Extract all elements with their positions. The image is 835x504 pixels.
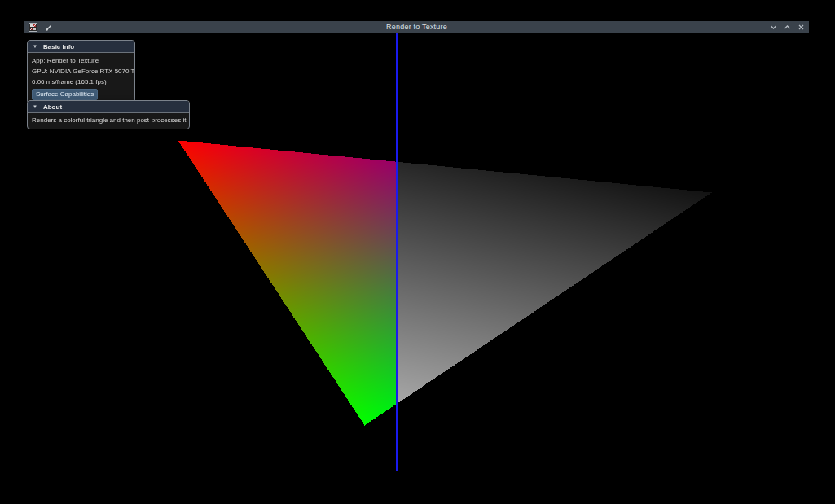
titlebar[interactable]: Render to Texture <box>24 21 809 33</box>
basic-info-header[interactable]: ▼ Basic Info <box>28 41 134 53</box>
maximize-button[interactable] <box>783 23 791 32</box>
basic-info-panel: ▼ Basic Info App: Render to Texture GPU:… <box>27 40 135 104</box>
surface-capabilities-button[interactable]: Surface Capabilities <box>32 89 98 100</box>
close-icon <box>798 24 805 31</box>
minimize-button[interactable] <box>769 23 777 32</box>
render-canvas <box>24 33 809 471</box>
collapse-triangle-icon[interactable]: ▼ <box>33 44 37 49</box>
pin-icon[interactable] <box>45 24 53 32</box>
collapse-triangle-icon[interactable]: ▼ <box>33 104 37 109</box>
split-divider-line[interactable] <box>396 33 398 471</box>
window-title: Render to Texture <box>24 21 809 33</box>
about-text: Renders a colorful triangle and then pos… <box>32 116 185 125</box>
about-panel: ▼ About Renders a colorful triangle and … <box>27 100 190 129</box>
titlebar-left-icons <box>29 23 53 32</box>
app-icon[interactable] <box>29 23 37 32</box>
gpu-name-row: GPU: NVIDIA GeForce RTX 5070 Ti <box>32 66 130 77</box>
window-controls <box>769 23 805 32</box>
basic-info-body: App: Render to Texture GPU: NVIDIA GeFor… <box>28 53 134 103</box>
chevron-up-icon <box>784 24 791 31</box>
chevron-down-icon <box>770 24 777 31</box>
app-name-row: App: Render to Texture <box>32 55 130 66</box>
app-window: Render to Texture <box>24 21 809 471</box>
about-title: About <box>43 103 62 111</box>
basic-info-title: Basic Info <box>43 43 74 50</box>
about-body: Renders a colorful triangle and then pos… <box>28 113 189 129</box>
render-viewport: ▼ Basic Info App: Render to Texture GPU:… <box>24 33 809 471</box>
frame-time-row: 6.06 ms/frame (165.1 fps) <box>32 77 130 87</box>
about-header[interactable]: ▼ About <box>28 101 189 113</box>
close-button[interactable] <box>797 23 805 32</box>
